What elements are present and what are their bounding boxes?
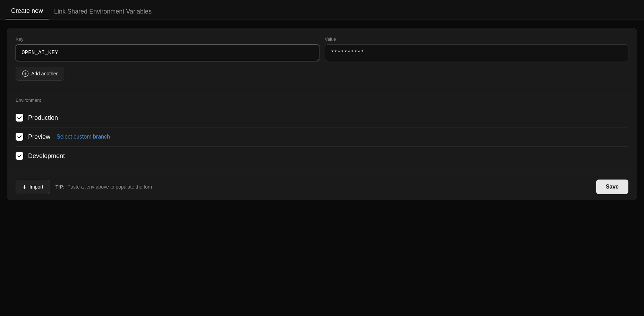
- environment-label: Environment: [16, 98, 628, 103]
- download-icon: ⬇: [22, 184, 27, 190]
- checkmark-icon-production: [17, 115, 22, 120]
- env-name-production: Production: [28, 114, 58, 122]
- checkmark-icon-preview: [17, 134, 22, 139]
- kv-row: Key Value: [16, 36, 628, 61]
- add-another-label: Add another: [31, 71, 58, 76]
- import-button[interactable]: ⬇ Import: [16, 180, 50, 194]
- tip-label: TIP:: [56, 184, 65, 190]
- env-item-production: Production: [16, 108, 628, 127]
- env-item-development: Development: [16, 147, 628, 165]
- value-label: Value: [325, 36, 628, 42]
- select-custom-branch-link[interactable]: Select custom branch: [57, 134, 110, 140]
- checkbox-development[interactable]: [16, 152, 23, 160]
- value-field: Value: [325, 36, 628, 61]
- kv-section: Key Value + Add another: [7, 28, 637, 89]
- plus-icon: +: [22, 70, 28, 77]
- import-label: Import: [29, 184, 43, 190]
- env-name-development: Development: [28, 152, 65, 160]
- tab-bar: Create new Link Shared Environment Varia…: [0, 0, 644, 19]
- checkbox-production[interactable]: [16, 114, 23, 122]
- tip-body: Paste a .env above to populate the form: [67, 184, 153, 190]
- env-item-preview: Preview Select custom branch: [16, 127, 628, 147]
- key-label: Key: [16, 36, 319, 42]
- footer: ⬇ Import TIP: Paste a .env above to popu…: [7, 174, 637, 200]
- key-input[interactable]: [16, 44, 319, 61]
- environment-section: Environment Production Preview Se: [7, 89, 637, 174]
- tip-text: TIP: Paste a .env above to populate the …: [56, 184, 154, 190]
- save-button[interactable]: Save: [596, 180, 628, 194]
- tab-create-new[interactable]: Create new: [6, 3, 49, 19]
- checkbox-preview[interactable]: [16, 133, 23, 141]
- tab-link-shared[interactable]: Link Shared Environment Variables: [49, 4, 157, 19]
- value-input[interactable]: [325, 44, 628, 61]
- main-content: Key Value + Add another Environment: [0, 19, 644, 316]
- form-card: Key Value + Add another Environment: [7, 28, 637, 200]
- key-field: Key: [16, 36, 319, 61]
- add-another-button[interactable]: + Add another: [16, 67, 64, 81]
- checkmark-icon-development: [17, 153, 22, 158]
- env-name-preview: Preview: [28, 133, 50, 141]
